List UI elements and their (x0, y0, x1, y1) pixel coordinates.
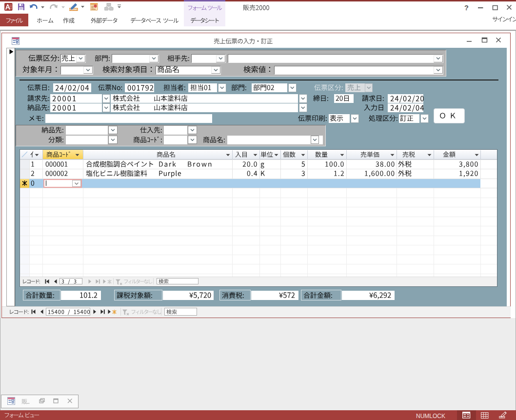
svg-text:?: ? (464, 4, 469, 12)
